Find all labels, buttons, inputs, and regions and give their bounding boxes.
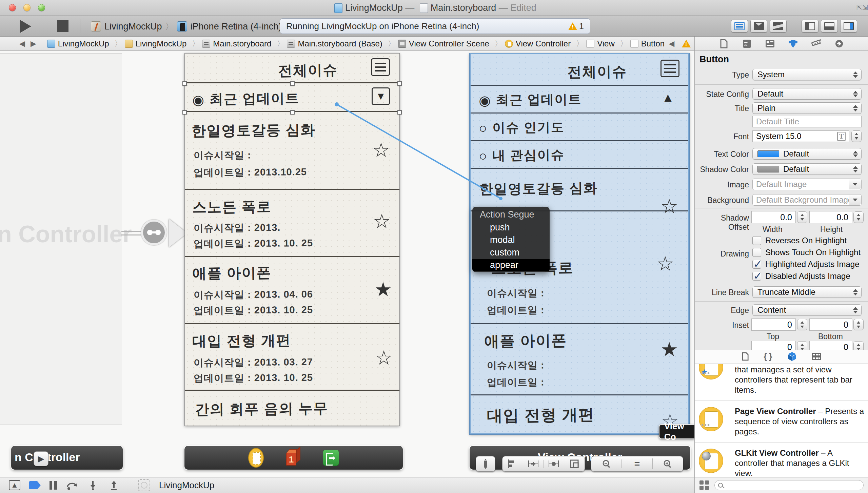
background-combo[interactable]: [752, 194, 862, 206]
image-combo[interactable]: [752, 179, 862, 190]
storyboard-canvas[interactable]: n Controller 전체이슈 ◉최근 업데이트 ▼ 한일영토갈등 심화 이…: [0, 51, 694, 477]
file-template-library-tab[interactable]: [742, 352, 749, 361]
version-editor-button[interactable]: [770, 20, 787, 33]
align-button[interactable]: [502, 459, 523, 468]
pause-button[interactable]: [50, 481, 57, 490]
inset-bottom-stepper[interactable]: [853, 319, 864, 330]
segue-menu-item-custom[interactable]: custom: [472, 246, 550, 259]
title-type-popup[interactable]: Plain: [752, 102, 862, 114]
media-library-tab[interactable]: [812, 352, 821, 361]
partial-view-controller[interactable]: n Controller: [0, 53, 122, 425]
view-controller-dock-icon[interactable]: [248, 448, 264, 468]
font-size-stepper[interactable]: [851, 130, 862, 142]
scene1-header-row[interactable]: 전체이슈: [185, 54, 399, 83]
scene1-row-issue4[interactable]: 대입 전형 개편 이슈시작일 : 2013. 03. 27 업데이트일 : 20…: [185, 324, 399, 391]
run-button[interactable]: [20, 20, 31, 33]
library-item-page-view-controller[interactable]: ••• Page View Controller – Presents a se…: [695, 401, 868, 443]
edge-popup[interactable]: Content: [752, 304, 862, 316]
library-item-tab-bar-controller[interactable]: ★••• Tab Bar Controller – A controller t…: [695, 364, 868, 401]
pin-center-button[interactable]: [544, 460, 565, 468]
scene1-row-issue1[interactable]: 한일영토갈등 심화 이슈시작일 : 업데이트일 : 2013.10.25 ☆: [185, 112, 399, 190]
highlighted-adjusts-checkbox[interactable]: [752, 260, 761, 269]
scene2-header-row[interactable]: 전체이슈: [471, 54, 688, 86]
combo-arrow-icon[interactable]: [849, 179, 861, 189]
title-text-field[interactable]: [752, 116, 862, 127]
issue-warning-icon[interactable]: !: [682, 40, 691, 47]
shadow-color-popup[interactable]: Default: [752, 163, 862, 175]
segue-menu-item-modal[interactable]: modal: [472, 234, 550, 246]
step-into-button[interactable]: [87, 480, 99, 491]
breadcrumb-group[interactable]: LivingMockUp〉: [125, 39, 200, 49]
combo-arrow-icon[interactable]: [849, 195, 861, 205]
resolve-issues-button[interactable]: [564, 459, 585, 468]
resize-device-button[interactable]: [476, 456, 495, 472]
present-play-button[interactable]: ▶: [34, 451, 48, 466]
state-config-popup[interactable]: Default: [752, 88, 862, 100]
shadow-offset-width-field[interactable]: 0.0: [751, 211, 796, 223]
text-color-swatch[interactable]: [757, 150, 779, 157]
inset-bottom-field[interactable]: 0: [809, 319, 852, 331]
size-inspector-tab[interactable]: [811, 39, 821, 49]
previous-issue-button[interactable]: ◀: [669, 39, 674, 48]
line-break-popup[interactable]: Truncate Middle: [752, 286, 862, 298]
shadow-width-stepper[interactable]: [797, 211, 807, 223]
breadcrumb-localization[interactable]: Main.storyboard (Base)〉: [287, 39, 395, 49]
selection-handle[interactable]: [397, 81, 402, 86]
inset-top-stepper[interactable]: [797, 319, 807, 330]
type-popup[interactable]: System: [752, 69, 862, 80]
shadow-color-swatch[interactable]: [757, 166, 779, 172]
reverses-on-highlight-checkbox[interactable]: [752, 236, 761, 245]
zoom-reset-button[interactable]: =: [622, 458, 652, 469]
assistant-editor-button[interactable]: [750, 20, 767, 33]
left-scene-dock[interactable]: n Controller ▶: [11, 446, 123, 470]
scene1-row-issue5[interactable]: 간의 회푸 음의 누무: [185, 391, 399, 426]
fullscreen-arrows-icon[interactable]: ⇱⇲: [856, 3, 865, 12]
library-item-glkit-view-controller[interactable]: GLKit View Controller – A controller tha…: [695, 443, 868, 477]
scheme-selector[interactable]: LivingMockUp 〉 iPhone Retina (4-inch): [91, 20, 281, 33]
step-over-button[interactable]: [66, 480, 78, 491]
shadow-offset-height-field[interactable]: 0.0: [809, 211, 852, 223]
toggle-navigator-button[interactable]: [802, 20, 818, 33]
stop-button[interactable]: [57, 20, 68, 32]
object-library-tab[interactable]: [787, 352, 797, 361]
breadcrumb-file[interactable]: Main.storyboard〉: [202, 39, 284, 49]
first-responder-icon[interactable]: 1: [285, 449, 301, 467]
selection-handle[interactable]: [397, 110, 402, 115]
font-field[interactable]: System 15.0 T: [752, 130, 849, 142]
scene1-row-issue2[interactable]: 스노든 폭로 이슈시작일 : 2013. 업데이트일 : 2013. 10. 2…: [185, 190, 399, 257]
breadcrumb-view[interactable]: View〉: [586, 39, 628, 49]
identity-inspector-tab[interactable]: [765, 39, 775, 49]
standard-editor-button[interactable]: [731, 20, 748, 33]
warning-counter[interactable]: ! 1: [568, 21, 584, 31]
scene2-row-issue3[interactable]: 애플 아이폰 이슈시작일 : 업데이트일 : ★: [471, 323, 688, 394]
quick-help-inspector-tab[interactable]: [742, 39, 752, 49]
zoom-out-button[interactable]: [591, 459, 622, 468]
step-out-button[interactable]: [108, 480, 120, 491]
background-input[interactable]: [756, 195, 858, 205]
selection-handle[interactable]: [182, 110, 187, 115]
zoom-in-button[interactable]: [653, 459, 683, 468]
shadow-height-stepper[interactable]: [853, 211, 864, 223]
back-button[interactable]: ◀: [19, 39, 25, 48]
hide-debug-area-button[interactable]: ▲: [9, 480, 20, 490]
segue-connector-icon[interactable]: [141, 220, 167, 245]
library-view-mode-icon[interactable]: [699, 480, 709, 490]
font-picker-icon[interactable]: T: [837, 132, 846, 141]
breadcrumb-scene[interactable]: View Controller Scene〉: [398, 39, 502, 49]
library-search-field[interactable]: [714, 480, 864, 490]
scene2-row-issue1[interactable]: 한일영토갈등 심화 ☆: [471, 169, 688, 211]
disabled-adjusts-checkbox[interactable]: [752, 272, 761, 281]
pin-width-button[interactable]: [523, 460, 544, 468]
scene1-selected-row[interactable]: ◉최근 업데이트 ▼: [185, 83, 399, 112]
breadcrumb-view-controller[interactable]: View Controller〉: [505, 39, 584, 49]
scene2-radio-row2[interactable]: ○이슈 인기도: [471, 114, 688, 141]
breakpoints-toggle-button[interactable]: [29, 481, 41, 489]
image-input[interactable]: [756, 180, 858, 189]
selection-handle[interactable]: [290, 81, 295, 86]
connections-inspector-tab[interactable]: [834, 39, 844, 49]
selection-handle[interactable]: [290, 110, 295, 115]
related-items-icon[interactable]: [5, 40, 6, 48]
file-inspector-tab[interactable]: [719, 39, 729, 49]
scene2-radio-row1[interactable]: ◉최근 업데이트 ▲: [471, 86, 688, 114]
segue-menu-item-appear[interactable]: appear: [472, 259, 550, 271]
